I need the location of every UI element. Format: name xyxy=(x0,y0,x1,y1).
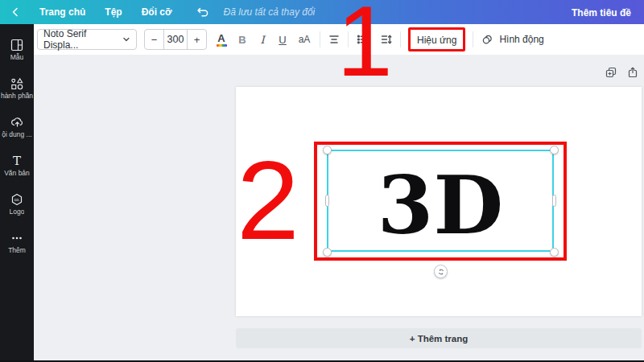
rotate-icon xyxy=(437,268,445,276)
upload-cloud-icon xyxy=(10,116,24,129)
font-family-value: Noto Serif Displa... xyxy=(43,28,122,51)
chevron-down-icon xyxy=(122,35,130,43)
menu-home[interactable]: Trang chủ xyxy=(39,6,85,18)
sidebar-item-label: hành phần xyxy=(1,92,33,100)
toolbar-divider xyxy=(348,31,349,47)
logo-hexagon-icon: co. xyxy=(10,193,23,206)
step2-annotation: 2 xyxy=(236,144,300,257)
resize-handle-bottom-left[interactable] xyxy=(323,248,332,257)
sidebar-item-uploads[interactable]: ội dung ... xyxy=(0,116,34,138)
step1-highlight-box: Hiệu ứng xyxy=(408,27,465,51)
text-color-button[interactable]: A xyxy=(214,33,229,47)
text-case-button[interactable]: aA xyxy=(296,34,312,45)
resize-handle-bottom-right[interactable] xyxy=(550,248,559,257)
template-icon xyxy=(10,39,23,51)
add-title-button[interactable]: Thêm tiêu đề xyxy=(572,7,631,19)
save-status: Đã lưu tất cả thay đổi xyxy=(224,6,316,18)
sidebar-item-label: Logo xyxy=(10,208,25,216)
rainbow-color-bar xyxy=(217,44,227,47)
animate-icon xyxy=(481,33,494,46)
menu-resize[interactable]: Đổi cỡ xyxy=(142,6,172,18)
logo-icon-text: co. xyxy=(14,197,20,202)
font-size-stepper: − 300 + xyxy=(144,29,207,50)
italic-button[interactable]: I xyxy=(256,34,269,46)
font-family-select[interactable]: Noto Serif Displa... xyxy=(37,29,137,50)
canva-editor-window: Trang chủ Tệp Đổi cỡ Đã lưu tất cả thay … xyxy=(0,0,644,362)
rotate-handle[interactable] xyxy=(434,265,448,278)
workspace: 2 3D + Thêm trang xyxy=(34,55,644,360)
text-align-icon[interactable] xyxy=(328,33,341,46)
sidebar-item-templates[interactable]: Mẫu xyxy=(0,39,34,61)
resize-handle-left[interactable] xyxy=(325,195,329,207)
text-icon: T xyxy=(13,154,21,167)
sidebar-item-elements[interactable]: hành phần xyxy=(0,77,34,100)
page-actions xyxy=(605,66,639,79)
toolbar-divider xyxy=(320,31,320,47)
resize-handle-top-left[interactable] xyxy=(323,146,332,154)
canvas-page[interactable]: 2 3D xyxy=(236,87,642,316)
duplicate-page-icon[interactable] xyxy=(605,66,617,79)
sidebar-item-label: Thêm xyxy=(8,246,26,254)
font-size-decrease-button[interactable]: − xyxy=(145,30,163,49)
selection-border xyxy=(327,150,554,252)
sidebar-item-label: Văn bản xyxy=(4,169,30,177)
menu-file[interactable]: Tệp xyxy=(105,6,122,18)
sidebar-item-more[interactable]: Thêm xyxy=(0,232,34,254)
text-color-label: A xyxy=(217,33,225,43)
animate-button[interactable]: Hình động xyxy=(481,33,543,46)
export-page-icon[interactable] xyxy=(626,66,639,79)
letter-spacing-icon[interactable] xyxy=(380,33,393,46)
back-chevron-icon[interactable] xyxy=(10,7,20,17)
topbar: Trang chủ Tệp Đổi cỡ Đã lưu tất cả thay … xyxy=(0,0,644,24)
sidebar-item-logo[interactable]: co. Logo xyxy=(0,193,34,216)
toolbar-divider xyxy=(400,31,401,47)
topbar-right: Thêm tiêu đề xyxy=(572,5,631,19)
resize-handle-right[interactable] xyxy=(552,195,556,207)
sidebar-item-label: Mẫu xyxy=(10,53,24,61)
text-toolbar: Noto Serif Displa... − 300 + A B I U aA … xyxy=(34,24,644,55)
font-size-value[interactable]: 300 xyxy=(163,30,188,49)
sidebar: Mẫu hành phần ội dung ... xyxy=(0,24,34,360)
bullet-list-icon[interactable] xyxy=(356,33,369,46)
animate-label: Hình động xyxy=(499,34,543,45)
toolbar-divider xyxy=(473,31,473,47)
topbar-left: Trang chủ Tệp Đổi cỡ Đã lưu tất cả thay … xyxy=(10,6,315,18)
sidebar-item-text[interactable]: T Văn bản xyxy=(0,154,34,177)
add-page-button[interactable]: + Thêm trang xyxy=(236,328,642,348)
undo-icon[interactable] xyxy=(196,6,209,18)
effects-button[interactable]: Hiệu ứng xyxy=(417,35,456,46)
elements-icon xyxy=(10,77,23,90)
bold-button[interactable]: B xyxy=(236,34,249,46)
underline-button[interactable]: U xyxy=(276,34,289,46)
more-dots-icon xyxy=(10,232,23,245)
sidebar-item-label: ội dung ... xyxy=(2,130,31,138)
resize-handle-top-right[interactable] xyxy=(550,146,559,154)
font-size-increase-button[interactable]: + xyxy=(188,30,206,49)
